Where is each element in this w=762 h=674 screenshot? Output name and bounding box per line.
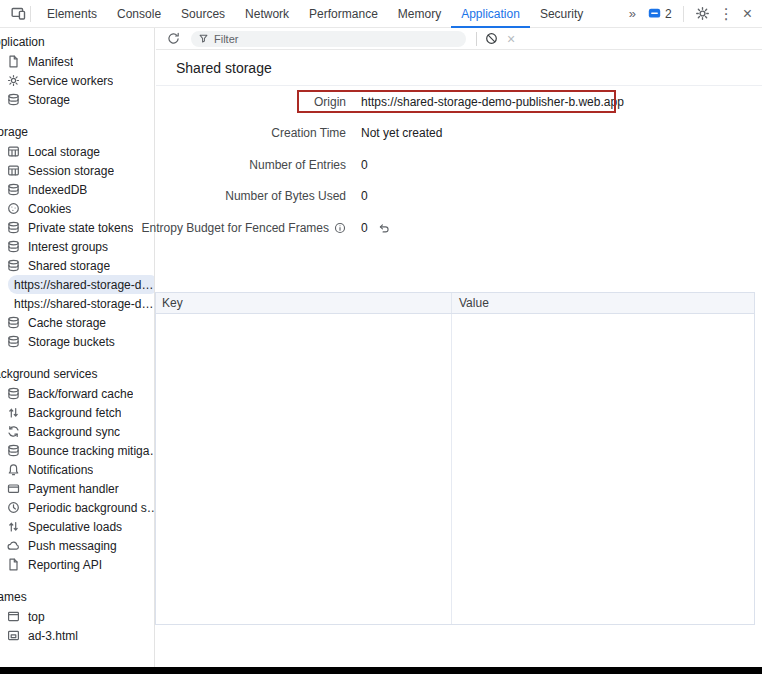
sidebar-item-push-messaging[interactable]: Push messaging [0,536,154,555]
section-title-application: Application [0,33,154,52]
sidebar-item-back-forward-cache[interactable]: Back/forward cache [0,384,154,403]
table-icon [7,145,20,158]
sidebar-item-interest-groups[interactable]: Interest groups [0,237,154,256]
sidebar-item-session-storage[interactable]: Session storage [0,161,154,180]
toolbar-divider [30,6,31,22]
tab-sources[interactable]: Sources [171,0,235,28]
tab-security[interactable]: Security [530,0,593,28]
sidebar-item-manifest[interactable]: Manifest [0,52,154,71]
sidebar-item-bounce-tracking-mitigations[interactable]: Bounce tracking mitiga… [0,441,154,460]
database-icon [7,259,20,272]
issues-counter[interactable]: 2 [648,7,672,21]
bottom-black-bar [0,667,762,674]
sidebar-item-frame-ad3[interactable]: ad-3.html [0,626,154,645]
tab-console[interactable]: Console [107,0,171,28]
tab-application[interactable]: Application [451,0,530,28]
bell-icon [7,463,20,476]
delete-selected-icon[interactable]: × [507,32,515,46]
shared-storage-report: Origin https://shared-storage-demo-publi… [156,86,762,244]
tab-memory[interactable]: Memory [388,0,451,28]
sidebar-item-notifications[interactable]: Notifications [0,460,154,479]
column-header-value[interactable]: Value [451,293,754,313]
cloud-icon [7,539,20,552]
cookie-icon [7,202,20,215]
tab-performance[interactable]: Performance [299,0,388,28]
clear-all-button[interactable] [485,32,498,45]
database-icon [7,444,20,457]
sync-icon [7,425,20,438]
document-icon [7,558,20,571]
sidebar-item-storage-buckets[interactable]: Storage buckets [0,332,154,351]
sidebar-item-shared-storage-origin[interactable]: https://shared-storage-d… [0,294,154,313]
database-icon [7,316,20,329]
close-icon[interactable]: × [743,6,752,22]
table-icon [7,164,20,177]
tab-network[interactable]: Network [235,0,299,28]
toggle-device-toolbar-icon[interactable] [9,4,28,23]
database-icon [7,93,20,106]
frame-icon [7,610,20,623]
database-icon [7,387,20,400]
devtools-tabbar: Elements Console Sources Network Perform… [0,0,762,28]
sidebar-item-indexeddb[interactable]: IndexedDB [0,180,154,199]
service-workers-icon [7,74,20,87]
sidebar-item-background-fetch[interactable]: Background fetch [0,403,154,422]
column-divider[interactable] [451,314,452,624]
up-down-arrows-icon [7,406,20,419]
document-icon [7,55,20,68]
sidebar-item-cache-storage[interactable]: Cache storage [0,313,154,332]
up-down-arrows-icon [7,520,20,533]
report-row-number-of-entries: Number of Entries 0 [156,149,762,181]
toolbar-divider [476,32,477,46]
entries-table-header: Key Value [156,293,754,314]
sidebar-item-shared-storage[interactable]: Shared storage [0,256,154,275]
report-row-origin: Origin https://shared-storage-demo-publi… [156,86,762,118]
issues-count: 2 [665,7,672,21]
column-header-key[interactable]: Key [156,293,451,313]
sidebar-item-background-sync[interactable]: Background sync [0,422,154,441]
panel-tabs: Elements Console Sources Network Perform… [37,0,593,28]
filter-field[interactable] [191,31,466,47]
section-title-storage: Storage [0,123,154,142]
database-icon [7,335,20,348]
report-row-entropy-budget: Entropy Budget for Fenced Frames 0 [156,212,762,244]
sidebar-item-speculative-loads[interactable]: Speculative loads [0,517,154,536]
iframe-icon [7,629,20,642]
database-icon [7,221,20,234]
filter-input[interactable] [214,33,434,45]
settings-gear-icon[interactable] [695,6,710,21]
sidebar-item-service-workers[interactable]: Service workers [0,71,154,90]
section-title-background-services: Background services [0,365,154,384]
sidebar-item-storage[interactable]: Storage [0,90,154,109]
sidebar-item-shared-storage-origin-selected[interactable]: https://shared-storage-d… [0,275,154,294]
page-title: Shared storage [156,60,272,76]
sidebar-item-periodic-background-sync[interactable]: Periodic background s… [0,498,154,517]
panel-toolbar: × [156,28,762,50]
entries-table: Key Value [155,292,755,625]
sidebar-item-private-state-tokens[interactable]: Private state tokens [0,218,154,237]
refresh-button[interactable] [162,32,185,45]
kebab-menu-icon[interactable]: ⋮ [719,6,734,21]
issues-icon [648,7,661,20]
sidebar-item-frame-top[interactable]: top [0,607,154,626]
tab-elements[interactable]: Elements [37,0,107,28]
info-icon[interactable] [334,222,346,234]
toolbar-divider [683,6,684,22]
more-tabs-chevron[interactable]: » [625,6,639,21]
database-icon [7,240,20,253]
report-row-creation-time: Creation Time Not yet created [156,118,762,150]
card-icon [7,482,20,495]
reset-budget-icon[interactable] [378,222,390,234]
sidebar-item-local-storage[interactable]: Local storage [0,142,154,161]
section-title-frames: Frames [0,588,154,607]
application-sidebar: Application Manifest Service workers Sto… [0,28,155,667]
sidebar-item-cookies[interactable]: Cookies [0,199,154,218]
sidebar-item-payment-handler[interactable]: Payment handler [0,479,154,498]
sidebar-item-reporting-api[interactable]: Reporting API [0,555,154,574]
report-row-number-of-bytes: Number of Bytes Used 0 [156,181,762,213]
clock-icon [7,501,20,514]
database-icon [7,183,20,196]
filter-funnel-icon [198,33,209,44]
devtools-window: Elements Console Sources Network Perform… [0,0,762,674]
